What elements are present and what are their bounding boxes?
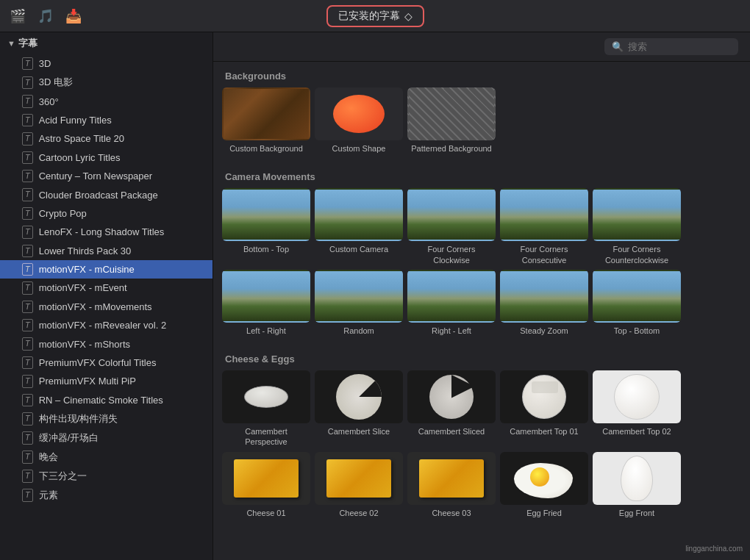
grid-item-right-left[interactable]: Right - Left	[407, 270, 496, 336]
grid-item-egg-front[interactable]: Egg Front	[593, 452, 681, 518]
sidebar-item-astro[interactable]: TAstro Space Title 20	[0, 129, 213, 148]
sidebar-item-label: motionVFX - mMovements	[39, 301, 152, 312]
grid-item-bottom-top[interactable]: Bottom - Top	[222, 188, 310, 265]
sidebar-section-label: 字幕	[18, 37, 38, 50]
sidebar-item-360[interactable]: T360°	[0, 92, 213, 110]
thumbnail-egg-front	[593, 452, 681, 505]
film-icon[interactable]: 🎬	[7, 6, 28, 26]
sidebar-item-century[interactable]: TCentury – Torn Newspaper	[0, 167, 213, 185]
grid-item-cam-slice[interactable]: Camembert Slice	[315, 370, 403, 448]
sidebar-item-label: 晚会	[39, 450, 58, 464]
grid-item-egg-fried[interactable]: Egg Fried	[500, 452, 588, 518]
grid-item-label-cam-top02: Camembert Top 02	[602, 426, 671, 437]
grid-item-label-cheese01: Cheese 01	[246, 508, 285, 518]
sidebar-item-crypto[interactable]: TCrypto Pop	[0, 204, 213, 223]
grid-item-cam-perspective[interactable]: Camembert Perspective	[222, 370, 310, 448]
t-icon: T	[22, 188, 33, 201]
grid-item-custom-camera[interactable]: Custom Camera	[315, 188, 403, 265]
grid-item-label-bottom-top: Bottom - Top	[243, 244, 289, 254]
search-bar: 🔍	[213, 32, 750, 62]
sidebar-item-premvfx-col[interactable]: TPremiumVFX Colorful Titles	[0, 353, 213, 372]
content-sections-container: BackgroundsCustom BackgroundCustom Shape…	[213, 62, 750, 527]
sidebar-item-buffer[interactable]: T缓冲器/开场白	[0, 428, 213, 448]
grid-item-patterned-bg[interactable]: Patterned Background	[407, 87, 496, 154]
grid-item-label-egg-front: Egg Front	[619, 508, 654, 518]
dropdown-label: 已安装的字幕	[338, 10, 400, 23]
sidebar-item-element[interactable]: T元素	[0, 486, 213, 505]
grid-item-cheese01[interactable]: Cheese 01	[222, 452, 310, 518]
thumbnail-four-corners-ccw	[593, 188, 681, 241]
download-icon[interactable]: 📥	[63, 6, 84, 26]
thumbnail-right-left	[407, 270, 496, 323]
search-input[interactable]	[628, 41, 731, 52]
thumbnail-custom-camera	[315, 188, 403, 241]
sidebar-item-3d[interactable]: T3D	[0, 54, 213, 73]
t-icon: T	[22, 431, 33, 444]
t-icon: T	[22, 76, 33, 89]
t-icon: T	[22, 226, 33, 238]
grid-item-custom-shape[interactable]: Custom Shape	[315, 87, 403, 154]
sidebar-section-header[interactable]: ▼ 字幕	[0, 32, 213, 54]
sidebar-item-mrevealer[interactable]: TmotionVFX - mRevealer vol. 2	[0, 316, 213, 334]
sidebar-item-label: Lower Thirds Pack 30	[39, 245, 132, 256]
sidebar-item-3d-film[interactable]: T3D 电影	[0, 73, 213, 92]
sidebar-item-clouder[interactable]: TClouder Broadcast Package	[0, 185, 213, 204]
grid-item-top-bottom[interactable]: Top - Bottom	[593, 270, 681, 336]
grid-item-steady-zoom[interactable]: Steady Zoom	[500, 270, 588, 336]
grid-item-cheese03[interactable]: Cheese 03	[407, 452, 496, 518]
thumbnail-cam-slice	[315, 370, 403, 423]
grid-item-label-custom-bg: Custom Background	[229, 143, 303, 154]
sidebar-item-label: 缓冲器/开场白	[39, 431, 99, 445]
thumbnail-cam-sliced	[407, 370, 496, 423]
sidebar-item-premvfx-pip[interactable]: TPremiumVFX Multi PiP	[0, 372, 213, 390]
section-camera-movements: Camera MovementsBottom - TopCustom Camer…	[213, 162, 750, 345]
grid-item-label-four-corners-consec: Four Corners Consecutive	[504, 244, 585, 265]
sidebar-item-label: motionVFX - mShorts	[39, 339, 130, 350]
sidebar-item-leno[interactable]: TLenoFX - Long Shadow Titles	[0, 223, 213, 241]
grid-item-label-egg-fried: Egg Fried	[526, 508, 562, 518]
grid-item-cam-top02[interactable]: Camembert Top 02	[593, 370, 681, 448]
grid-item-cheese02[interactable]: Cheese 02	[315, 452, 403, 518]
sidebar-item-acid[interactable]: TAcid Funny Titles	[0, 111, 213, 129]
sidebar-item-mcuisine[interactable]: TmotionVFX - mCuisine	[0, 260, 213, 279]
music-icon[interactable]: 🎵	[35, 6, 56, 26]
sidebar-item-label: LenoFX - Long Shadow Titles	[39, 226, 165, 237]
sidebar-item-label: Acid Funny Titles	[39, 115, 112, 126]
installed-subtitles-dropdown[interactable]: 已安装的字幕 ◇	[326, 5, 424, 27]
sidebar-item-label: 360°	[39, 96, 59, 107]
search-input-wrap[interactable]: 🔍	[604, 38, 738, 55]
sidebar-item-evening[interactable]: T晚会	[0, 448, 213, 467]
collapse-arrow-icon: ▼	[7, 39, 15, 48]
sidebar-item-cartoon[interactable]: TCartoon Lyric Titles	[0, 148, 213, 167]
sidebar-item-mshorts[interactable]: TmotionVFX - mShorts	[0, 334, 213, 353]
t-icon: T	[22, 450, 33, 463]
grid-item-left-right[interactable]: Left - Right	[222, 270, 310, 336]
grid-item-label-left-right: Left - Right	[246, 326, 286, 336]
thumbnail-steady-zoom	[500, 270, 588, 323]
thumbnail-cam-top02	[593, 370, 681, 423]
sidebar-item-label: PremiumVFX Multi PiP	[39, 376, 136, 387]
toolbar-icons: 🎬 🎵 📥	[7, 6, 84, 26]
sidebar-item-mevent[interactable]: TmotionVFX - mEvent	[0, 279, 213, 297]
grid-item-label-patterned-bg: Patterned Background	[411, 143, 491, 154]
grid-item-label-four-corners-ccw: Four Corners Counterclockwise	[596, 244, 677, 265]
grid-item-four-corners-consec[interactable]: Four Corners Consecutive	[500, 188, 588, 265]
t-icon: T	[22, 207, 33, 220]
t-icon: T	[22, 412, 33, 425]
grid-item-random[interactable]: Random	[315, 270, 403, 336]
sidebar-item-mmovements[interactable]: TmotionVFX - mMovements	[0, 298, 213, 316]
sidebar-item-rn[interactable]: TRN – Cinematic Smoke Titles	[0, 391, 213, 409]
grid-item-four-corners-cw[interactable]: Four Corners Clockwise	[407, 188, 496, 265]
thumbnail-bottom-top	[222, 188, 310, 241]
sidebar-item-appear[interactable]: T构件出现/构件消失	[0, 409, 213, 428]
section-label-backgrounds: Backgrounds	[213, 62, 750, 87]
grid-item-four-corners-ccw[interactable]: Four Corners Counterclockwise	[593, 188, 681, 265]
t-icon: T	[22, 394, 33, 406]
t-icon: T	[22, 170, 33, 182]
grid-item-custom-bg[interactable]: Custom Background	[222, 87, 310, 154]
grid-item-cam-sliced[interactable]: Camembert Sliced	[407, 370, 496, 448]
sidebar-item-lower[interactable]: TLower Thirds Pack 30	[0, 242, 213, 260]
grid-item-label-four-corners-cw: Four Corners Clockwise	[411, 244, 492, 265]
sidebar-item-lower3[interactable]: T下三分之一	[0, 467, 213, 486]
grid-item-cam-top01[interactable]: Camembert Top 01	[500, 370, 588, 448]
